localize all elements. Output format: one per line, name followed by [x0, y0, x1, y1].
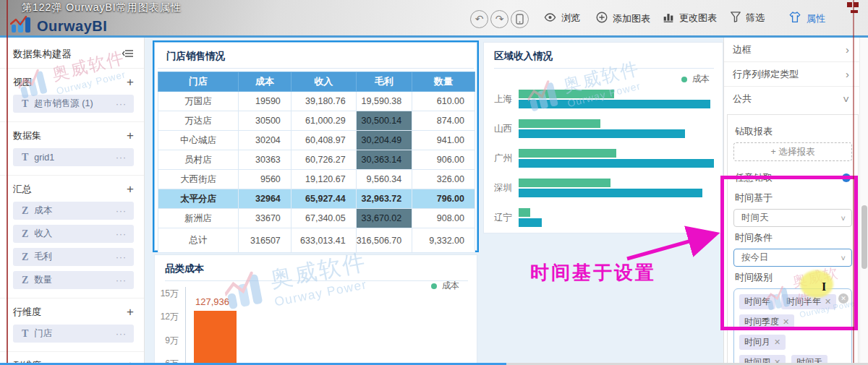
- bar-revenue[interactable]: [519, 100, 710, 108]
- measure-field-icon: Z: [22, 228, 28, 240]
- menu-item-浏览[interactable]: 浏览: [544, 12, 580, 25]
- field-more-button[interactable]: ···: [116, 206, 127, 216]
- section-label: 汇总: [13, 183, 32, 196]
- field-label: 收入: [34, 228, 52, 240]
- section-header: 汇总+: [13, 183, 134, 196]
- bar-成本[interactable]: [519, 149, 616, 158]
- measure-field-icon: Z: [22, 205, 28, 217]
- field-item-超市销售源 (1)[interactable]: T超市销售源 (1)···: [13, 95, 134, 113]
- add-field-button[interactable]: +: [127, 307, 134, 317]
- scrollbar-thumb[interactable]: [861, 205, 867, 269]
- field-item-收入[interactable]: Z收入···: [13, 225, 134, 243]
- bar-revenue[interactable]: [519, 189, 702, 197]
- menu-item-属性[interactable]: 属性: [788, 12, 825, 25]
- border-settings-row[interactable]: 边框 ›: [724, 38, 859, 62]
- section-header: 视图+: [13, 76, 134, 89]
- field-item-grid1[interactable]: Tgrid1···: [13, 148, 134, 166]
- bar-成本[interactable]: [519, 208, 530, 217]
- properties-panel: 边框 › 行序列绑定类型 › 公共 ˅ 钻取报表 + 选择报表 任意钻取 时间基…: [723, 38, 859, 365]
- bar-成本[interactable]: [519, 119, 600, 128]
- sidebar-header: 数据集构建器: [0, 38, 144, 69]
- cursor-highlight-blob: [800, 270, 833, 298]
- category-label: 上海: [494, 93, 519, 106]
- chevron-down-icon: ˅: [841, 214, 846, 223]
- cost-bar[interactable]: [194, 311, 237, 365]
- remove-tag-icon[interactable]: ✕: [774, 338, 780, 347]
- category-label: 深圳: [494, 182, 519, 194]
- menu-item-label: 属性: [807, 12, 825, 25]
- bar-revenue[interactable]: [519, 159, 714, 168]
- region-revenue-chart-panel[interactable]: 区域收入情况 成本 上海山西广州深圳辽宁: [483, 42, 723, 233]
- category-cost-chart-panel[interactable]: 品类成本 成本 15万12万9万6万 127,936: [154, 254, 477, 365]
- section-header: 数据集+: [13, 129, 134, 142]
- field-more-button[interactable]: ···: [116, 275, 127, 285]
- field-more-button[interactable]: ···: [116, 252, 127, 262]
- dataset-builder-sidebar: 数据集构建器 视图+T超市销售源 (1)···数据集+Tgrid1···汇总+Z…: [0, 38, 145, 365]
- panel-title: 区域收入情况: [494, 50, 714, 63]
- bar-revenue[interactable]: [519, 129, 685, 138]
- remove-tag-icon[interactable]: ✕: [783, 317, 789, 327]
- add-field-button[interactable]: +: [127, 131, 134, 141]
- field-more-button[interactable]: ···: [116, 229, 127, 239]
- any-drill-toggle[interactable]: [829, 173, 851, 183]
- common-section-row[interactable]: 公共 ˅: [724, 87, 859, 111]
- select-report-button[interactable]: + 选择报表: [733, 142, 852, 161]
- field-item-成本[interactable]: Z成本···: [13, 202, 134, 220]
- field-more-button[interactable]: ···: [116, 153, 127, 163]
- table-row[interactable]: 万国店1959039,180.7619,590.38610.00: [158, 92, 475, 111]
- table-row[interactable]: 万达店3050061,000.2930,500.14874.00: [158, 111, 475, 131]
- table-cell: 610.00: [412, 92, 475, 111]
- mobile-preview-icon[interactable]: [511, 10, 529, 28]
- legend-dot-icon: [681, 77, 687, 82]
- chart-legend: 成本: [431, 280, 459, 292]
- column-header: 收入: [291, 72, 356, 92]
- menu-item-添加图表[interactable]: 添加图表: [596, 12, 650, 25]
- chevron-down-icon: ˅: [841, 254, 846, 262]
- table-row[interactable]: 中心城店3020460,408.9730,204.49941.00: [158, 131, 475, 150]
- row-label: 边框: [733, 43, 752, 56]
- chart-legend: 成本: [494, 73, 710, 85]
- drill-report-label: 钻取报表: [735, 125, 852, 138]
- add-field-button[interactable]: +: [127, 184, 134, 194]
- tag-label: 时间月: [744, 336, 770, 348]
- time-condition-select[interactable]: 按今日 ˅: [733, 249, 852, 267]
- clear-tags-icon[interactable]: ✕: [838, 293, 848, 304]
- app-logo: OurwayBI: [10, 15, 107, 37]
- row-series-binding-row[interactable]: 行序列绑定类型 ›: [724, 62, 859, 87]
- field-item-数量[interactable]: Z数量···: [13, 271, 134, 289]
- store-sales-table-panel[interactable]: 门店销售情况 门店成本收入毛利数量 万国店1959039,180.7619,59…: [154, 42, 477, 251]
- table-row[interactable]: 大西街店956019,120.679,560.34326.00: [158, 170, 475, 189]
- table-cell: 9560: [238, 170, 291, 189]
- table-total-row[interactable]: 总计316507633,013.41316,506.709,332.00: [158, 228, 475, 253]
- redo-icon[interactable]: ↷: [490, 10, 509, 28]
- table-row[interactable]: 员村店3036360,726.2730,363.14906.00: [158, 150, 475, 170]
- collapse-sidebar-icon[interactable]: [122, 49, 134, 60]
- field-item-毛利[interactable]: Z毛利···: [13, 248, 134, 266]
- time-level-tag-时间季度: 时间季度✕: [739, 314, 794, 330]
- field-more-button[interactable]: ···: [116, 99, 127, 109]
- bar-revenue[interactable]: [519, 218, 542, 227]
- field-more-button[interactable]: ···: [116, 329, 127, 339]
- table-row[interactable]: 新洲店3367067,340.0533,670.02908.00: [158, 209, 475, 228]
- table-cell: 19,120.67: [291, 170, 356, 189]
- undo-icon[interactable]: ↶: [470, 10, 488, 28]
- text-field-icon: T: [22, 98, 28, 110]
- y-axis-line: [185, 287, 186, 364]
- table-row[interactable]: 太平分店3296465,927.4432,963.72796.00: [158, 189, 475, 209]
- field-label: grid1: [34, 153, 54, 163]
- menu-item-label: 添加图表: [613, 12, 650, 25]
- time-based-select[interactable]: 时间天 ˅: [733, 209, 852, 227]
- time-level-tagbox[interactable]: ✕ 时间年时间半年✕时间季度✕时间月✕时间周✕时间天: [733, 288, 852, 365]
- sidebar-title: 数据集构建器: [13, 48, 72, 61]
- field-item-门店[interactable]: T门店···: [13, 325, 134, 343]
- remove-tag-icon[interactable]: ✕: [825, 297, 831, 306]
- add-field-button[interactable]: +: [127, 77, 134, 87]
- menu-item-更改图表[interactable]: 更改图表: [663, 12, 717, 25]
- bar-成本[interactable]: [519, 90, 614, 98]
- menu-item-筛选[interactable]: 筛选: [731, 12, 765, 25]
- change-chart-icon: [663, 12, 674, 25]
- bar-group-上海: 上海: [494, 88, 714, 110]
- measure-field-icon: Z: [22, 252, 28, 263]
- y-tick-label: 12万: [153, 311, 179, 323]
- bar-成本[interactable]: [519, 179, 610, 187]
